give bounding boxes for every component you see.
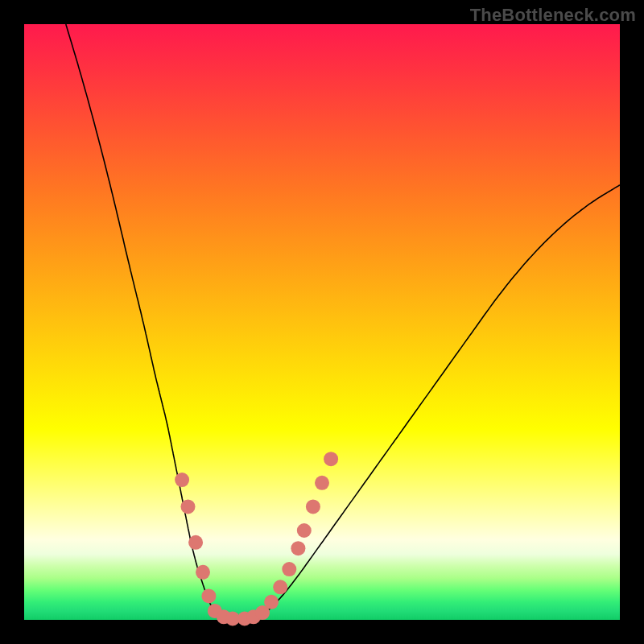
curve-marker [175,473,189,487]
marker-group [175,452,338,625]
curve-marker [282,562,296,576]
curve-marker [315,476,329,490]
curve-marker [324,452,338,466]
bottleneck-curve [66,24,620,619]
curve-marker [196,565,210,580]
curve-marker [201,588,216,603]
curve-marker [306,499,320,514]
curve-marker [264,595,279,609]
plot-area [24,24,620,620]
chart-frame: TheBottleneck.com [0,0,644,644]
curve-marker [291,541,305,555]
curve-marker [297,523,312,538]
curve-marker [181,499,196,514]
v-curve [66,24,620,619]
watermark-text: TheBottleneck.com [470,5,636,26]
curve-marker [273,580,287,594]
curve-layer [24,24,620,620]
curve-marker [188,535,203,550]
